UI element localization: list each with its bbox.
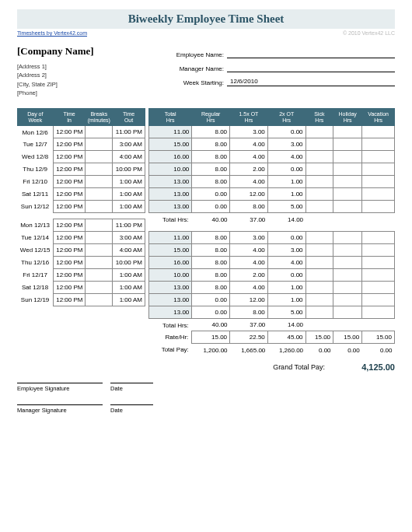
reg-cell[interactable]: 8.00 xyxy=(192,244,230,257)
vac-cell[interactable] xyxy=(362,126,395,138)
time-out-cell[interactable]: 10:00 PM xyxy=(113,163,145,176)
break-cell[interactable] xyxy=(86,269,113,282)
ot15-cell[interactable]: 4.00 xyxy=(230,244,268,257)
summary-vac[interactable]: 15.00 xyxy=(362,331,395,344)
time-in-cell[interactable]: 12:00 PM xyxy=(53,138,86,151)
time-out-cell[interactable]: 10:00 PM xyxy=(113,257,145,269)
time-out-cell[interactable]: 1:00 AM xyxy=(113,294,145,306)
vac-cell[interactable] xyxy=(362,201,395,213)
vac-cell[interactable] xyxy=(362,138,395,151)
reg-cell[interactable]: 0.00 xyxy=(192,188,230,201)
tot-cell[interactable]: 16.00 xyxy=(149,257,192,269)
vac-cell[interactable] xyxy=(362,188,395,201)
sick-cell[interactable] xyxy=(306,306,333,319)
tot-cell[interactable]: 13.00 xyxy=(149,282,192,294)
hol-cell[interactable] xyxy=(333,201,362,213)
hol-cell[interactable] xyxy=(333,138,362,151)
manager-date-line[interactable]: Date xyxy=(110,404,153,414)
reg-cell[interactable]: 8.00 xyxy=(192,126,230,138)
sick-cell[interactable] xyxy=(306,282,333,294)
ot2-cell[interactable]: 4.00 xyxy=(267,257,306,269)
employee-signature-line[interactable]: Employee Signature xyxy=(17,383,103,392)
ot2-cell[interactable]: 1.00 xyxy=(267,294,306,306)
time-out-cell[interactable]: 3:00 AM xyxy=(113,232,145,244)
time-out-cell[interactable]: 4:00 AM xyxy=(113,151,145,163)
tot-cell[interactable]: 13.00 xyxy=(149,201,192,213)
vac-cell[interactable] xyxy=(362,232,395,244)
reg-cell[interactable]: 0.00 xyxy=(192,294,230,306)
vac-cell[interactable] xyxy=(362,294,395,306)
break-cell[interactable] xyxy=(86,244,113,257)
reg-cell[interactable]: 0.00 xyxy=(192,306,230,319)
sick-cell[interactable] xyxy=(306,138,333,151)
reg-cell[interactable]: 8.00 xyxy=(192,282,230,294)
break-cell[interactable] xyxy=(86,219,113,232)
reg-cell[interactable]: 8.00 xyxy=(192,151,230,163)
sick-cell[interactable] xyxy=(306,176,333,188)
employee-date-line[interactable]: Date xyxy=(110,383,153,392)
time-out-cell[interactable]: 3:00 AM xyxy=(113,138,145,151)
time-in-cell[interactable]: 12:00 PM xyxy=(53,201,86,213)
time-in-cell[interactable]: 12:00 PM xyxy=(53,151,86,163)
tot-cell[interactable]: 13.00 xyxy=(149,188,192,201)
ot15-cell[interactable]: 2.00 xyxy=(230,269,268,282)
ot2-cell[interactable]: 1.00 xyxy=(267,188,306,201)
ot15-cell[interactable]: 3.00 xyxy=(230,126,268,138)
time-out-cell[interactable]: 1:00 AM xyxy=(113,269,145,282)
hol-cell[interactable] xyxy=(333,257,362,269)
break-cell[interactable] xyxy=(86,294,113,306)
vac-cell[interactable] xyxy=(362,176,395,188)
ot15-cell[interactable]: 2.00 xyxy=(230,163,268,176)
break-cell[interactable] xyxy=(86,151,113,163)
ot2-cell[interactable]: 5.00 xyxy=(267,201,306,213)
sick-cell[interactable] xyxy=(306,257,333,269)
time-in-cell[interactable]: 12:00 PM xyxy=(53,232,86,244)
break-cell[interactable] xyxy=(86,126,113,138)
vac-cell[interactable] xyxy=(362,257,395,269)
vac-cell[interactable] xyxy=(362,163,395,176)
ot15-cell[interactable]: 4.00 xyxy=(230,138,268,151)
ot15-cell[interactable]: 4.00 xyxy=(230,151,268,163)
ot2-cell[interactable]: 5.00 xyxy=(267,306,306,319)
tot-cell[interactable]: 10.00 xyxy=(149,269,192,282)
sick-cell[interactable] xyxy=(306,163,333,176)
break-cell[interactable] xyxy=(86,176,113,188)
tot-cell[interactable]: 13.00 xyxy=(149,176,192,188)
ot15-cell[interactable]: 4.00 xyxy=(230,257,268,269)
sick-cell[interactable] xyxy=(306,269,333,282)
tot-cell[interactable]: 11.00 xyxy=(149,126,192,138)
ot2-cell[interactable]: 0.00 xyxy=(267,232,306,244)
time-out-cell[interactable]: 11:00 PM xyxy=(113,219,145,232)
break-cell[interactable] xyxy=(86,282,113,294)
break-cell[interactable] xyxy=(86,257,113,269)
reg-cell[interactable]: 8.00 xyxy=(192,269,230,282)
ot15-cell[interactable]: 8.00 xyxy=(230,306,268,319)
time-in-cell[interactable]: 12:00 PM xyxy=(53,294,86,306)
break-cell[interactable] xyxy=(86,232,113,244)
ot2-cell[interactable]: 0.00 xyxy=(267,163,306,176)
reg-cell[interactable]: 8.00 xyxy=(192,163,230,176)
time-out-cell[interactable]: 1:00 AM xyxy=(113,282,145,294)
ot2-cell[interactable]: 3.00 xyxy=(267,244,306,257)
time-in-cell[interactable]: 12:00 PM xyxy=(53,219,86,232)
reg-cell[interactable]: 8.00 xyxy=(192,138,230,151)
ot15-cell[interactable]: 4.00 xyxy=(230,176,268,188)
time-in-cell[interactable]: 12:00 PM xyxy=(53,257,86,269)
ot2-cell[interactable]: 1.00 xyxy=(267,282,306,294)
tot-cell[interactable]: 15.00 xyxy=(149,138,192,151)
hol-cell[interactable] xyxy=(333,244,362,257)
time-in-cell[interactable]: 12:00 PM xyxy=(53,188,86,201)
sick-cell[interactable] xyxy=(306,232,333,244)
summary-ot2[interactable]: 45.00 xyxy=(267,331,306,344)
time-out-cell[interactable]: 11:00 PM xyxy=(113,126,145,138)
time-out-cell[interactable]: 4:00 AM xyxy=(113,244,145,257)
summary-hol[interactable]: 15.00 xyxy=(333,331,362,344)
time-in-cell[interactable]: 12:00 PM xyxy=(53,269,86,282)
vac-cell[interactable] xyxy=(362,282,395,294)
reg-cell[interactable]: 8.00 xyxy=(192,176,230,188)
sick-cell[interactable] xyxy=(306,294,333,306)
time-in-cell[interactable]: 12:00 PM xyxy=(53,282,86,294)
vac-cell[interactable] xyxy=(362,244,395,257)
hol-cell[interactable] xyxy=(333,232,362,244)
ot2-cell[interactable]: 0.00 xyxy=(267,269,306,282)
